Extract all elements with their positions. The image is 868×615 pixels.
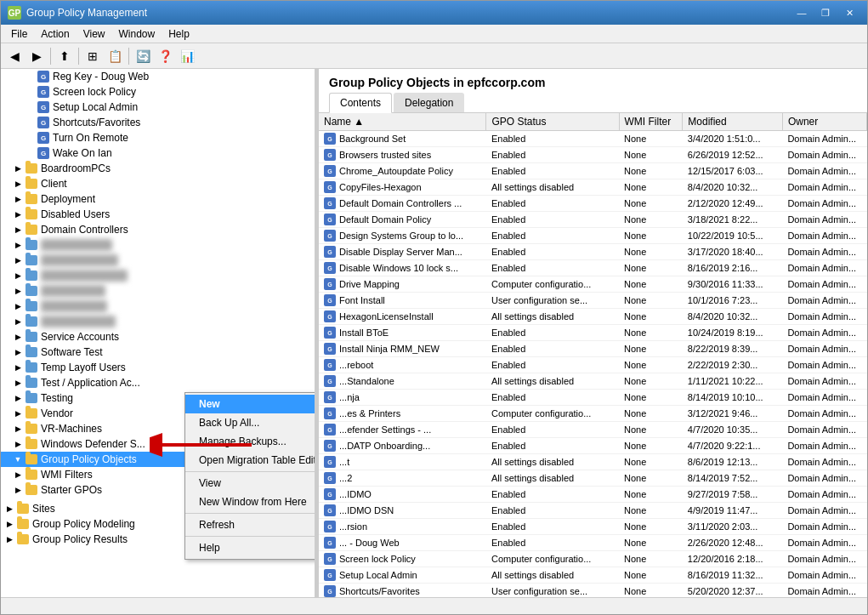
toolbar-help[interactable]: ❓ [155,46,175,66]
ctx-item-new[interactable]: New ▶ [185,395,315,413]
table-row[interactable]: G...IDMO DSNEnabledNone4/9/2019 11:47...… [319,503,867,519]
toolbar-forward[interactable]: ▶ [26,46,47,66]
ctx-item-help[interactable]: Help [185,538,315,557]
tab-contents[interactable]: Contents [329,93,392,113]
table-row[interactable]: GInstall Ninja RMM_NEWEnabledNone8/22/20… [319,341,867,357]
cell-modified: 2/12/2020 12:49... [683,196,783,212]
table-row[interactable]: GDisable Display Server Man...EnabledNon… [319,244,867,260]
menu-window[interactable]: Window [112,26,162,41]
cell-status: Enabled [486,131,619,147]
tree-label: Starter GPOs [41,484,102,496]
col-header-wmi[interactable]: WMI Filter [619,113,683,131]
table-row[interactable]: G...rebootEnabledNone2/22/2019 2:30...Do… [319,357,867,373]
toolbar-up[interactable]: ⬆ [54,46,75,66]
table-row[interactable]: G...DATP Onboarding...EnabledNone4/7/202… [319,438,867,454]
cell-wmi: None [619,438,683,454]
folder-icon [25,483,38,497]
table-row[interactable]: G...rsionEnabledNone3/11/2020 2:03...Dom… [319,519,867,535]
ctx-item-new-window[interactable]: New Window from Here [185,493,315,511]
table-row[interactable]: GShortcuts/FavoritesUser configuration s… [319,584,867,598]
table-row[interactable]: G...IDMOEnabledNone9/27/2019 7:58...Doma… [319,487,867,503]
table-row[interactable]: GBackground SetEnabledNone3/4/2020 1:51:… [319,131,867,147]
tree-item-reg-key[interactable]: G Reg Key - Doug Web [1,69,315,84]
expand-icon: ▼ [13,454,23,464]
toolbar-extra[interactable]: 📊 [177,46,197,66]
menu-action[interactable]: Action [34,26,76,41]
cell-status: Enabled [486,228,619,244]
close-button[interactable]: ✕ [838,4,860,21]
table-row[interactable]: GScreen lock PolicyComputer configuratio… [319,551,867,567]
menu-help[interactable]: Help [162,26,196,41]
tree-item-software-test[interactable]: ▶ Software Test [1,345,315,360]
col-header-status[interactable]: GPO Status [486,113,619,131]
tree-item-blur1[interactable]: ▶ ████████ os [1,237,315,253]
tree-item-disabled-users[interactable]: ▶ Disabled Users [1,207,315,222]
table-row[interactable]: GSetup Local AdminAll settings disabledN… [319,567,867,584]
ctx-item-view[interactable]: View ▶ [185,474,315,493]
tree-item-blur5[interactable]: ▶ ████████ g [1,299,315,314]
toolbar-refresh[interactable]: 🔄 [133,46,153,66]
col-header-owner[interactable]: Owner [782,113,866,131]
table-row[interactable]: G...es & PrintersComputer configuratio..… [319,406,867,422]
maximize-button[interactable]: ❐ [814,4,837,21]
tree-label: Domain Controllers [41,224,128,236]
tree-item-domain-controllers[interactable]: ▶ Domain Controllers [1,222,315,237]
table-row[interactable]: GBrowsers trusted sitesEnabledNone6/26/2… [319,147,867,163]
tab-delegation[interactable]: Delegation [394,93,464,112]
tree-item-client[interactable]: ▶ Client [1,176,315,191]
tree-item-screen-lock[interactable]: G Screen lock Policy [1,84,315,100]
tree-item-blur3[interactable]: ▶ ████████ ccess [1,268,315,283]
cell-owner: Domain Admin... [782,422,866,438]
tree-item-turn-on[interactable]: G Turn On Remote [1,130,315,145]
menu-file[interactable]: File [4,26,34,41]
row-gpo-icon: G [324,424,336,436]
tree-item-setup-local[interactable]: G Setup Local Admin [1,100,315,115]
tree-item-blur6[interactable]: ▶ ████████ TO [1,314,315,329]
ctx-item-refresh[interactable]: Refresh [185,515,315,534]
expand-icon: ▶ [13,378,23,388]
col-header-name[interactable]: Name ▲ [319,113,486,131]
table-row[interactable]: G... - Doug WebEnabledNone2/26/2020 12:4… [319,535,867,551]
expand-icon: ▶ [13,209,23,219]
table-row[interactable]: GDisable Windows 10 lock s...EnabledNone… [319,260,867,276]
toolbar-back[interactable]: ◀ [4,46,25,66]
ctx-label-new-window: New Window from Here [199,496,307,508]
menu-view[interactable]: View [77,26,112,41]
table-row[interactable]: GDefault Domain Controllers ...EnabledNo… [319,196,867,212]
cell-name-text: Font Install [339,295,385,305]
cell-modified: 8/4/2020 10:32... [683,309,783,325]
tree-item-wake[interactable]: G Wake On Ian [1,145,315,161]
tree-item-boardroom[interactable]: ▶ BoardroomPCs [1,161,315,176]
toolbar-show-hide[interactable]: ⊞ [82,46,103,66]
tree-item-blur2[interactable]: ▶ ████████ ups [1,253,315,268]
table-row[interactable]: G...2All settings disabledNone8/14/2019 … [319,470,867,487]
table-row[interactable]: GHexagonLicenseInstallAll settings disab… [319,309,867,325]
tree-item-shortcuts[interactable]: G Shortcuts/Favorites [1,115,315,130]
table-row[interactable]: G...efender Settings - ...EnabledNone4/7… [319,422,867,438]
table-row[interactable]: GDesign Systems Group to lo...EnabledNon… [319,228,867,244]
toolbar-properties[interactable]: 📋 [105,46,125,66]
table-row[interactable]: G...njaEnabledNone8/14/2019 10:10...Doma… [319,390,867,406]
table-row[interactable]: GInstall BToEEnabledNone10/24/2019 8:19.… [319,325,867,341]
tree-item-service-accounts[interactable]: ▶ Service Accounts [1,329,315,345]
table-row[interactable]: G...StandaloneAll settings disabledNone1… [319,373,867,390]
table-row[interactable]: GDefault Domain PolicyEnabledNone3/18/20… [319,212,867,228]
minimize-button[interactable]: — [791,4,813,21]
table-row[interactable]: GDrive MappingComputer configuratio...No… [319,276,867,293]
cell-owner: Domain Admin... [782,551,866,567]
table-row[interactable]: GCopyFiles-HexagonAll settings disabledN… [319,179,867,196]
table-row[interactable]: GChrome_Autoupdate PolicyEnabledNone12/1… [319,163,867,179]
expand-icon: ▶ [4,504,14,514]
tree-item-temp-layoff[interactable]: ▶ Temp Layoff Users [1,360,315,375]
cell-name: GShortcuts/Favorites [319,584,486,598]
table-row[interactable]: G...tAll settings disabledNone8/6/2019 1… [319,454,867,470]
col-header-modified[interactable]: Modified [683,113,783,131]
tree-item-blur4[interactable]: ▶ DONTTOUCH [1,283,315,299]
folder-open-icon [25,453,38,466]
tree-item-test-app[interactable]: ▶ Test / Application Ac... [1,375,315,390]
table-row[interactable]: GFont InstallUser configuration se...Non… [319,293,867,309]
cell-status: Enabled [486,487,619,503]
tree-label: Screen lock Policy [53,86,136,98]
tree-item-deployment[interactable]: ▶ Deployment [1,191,315,207]
cell-wmi: None [619,567,683,584]
